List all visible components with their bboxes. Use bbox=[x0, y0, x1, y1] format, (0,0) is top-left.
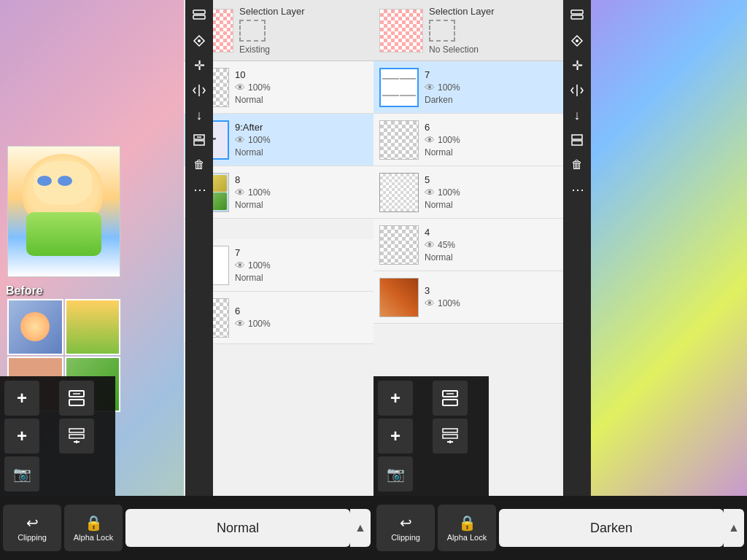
right-eye-icon-3[interactable]: 👁 bbox=[425, 298, 435, 309]
left-blend-mode-selector[interactable]: Normal bbox=[125, 509, 350, 547]
right-layer-name-5: 5 bbox=[425, 174, 557, 185]
right-selection-info: Selection Layer No Selection bbox=[429, 6, 495, 55]
right-tool-layers[interactable] bbox=[565, 4, 589, 28]
left-layer-blend-10: Normal bbox=[235, 95, 368, 105]
right-tool-more[interactable]: ⋯ bbox=[565, 178, 589, 201]
left-blend-arrow[interactable]: ▲ bbox=[350, 509, 371, 547]
left-clipping-label: Clipping bbox=[18, 533, 47, 542]
left-tool-delete[interactable]: 🗑 bbox=[187, 153, 211, 176]
right-selection-dashed-box bbox=[429, 20, 455, 42]
left-layer-opacity-8: 100% bbox=[248, 187, 271, 198]
left-add-layer-btn[interactable]: + bbox=[4, 381, 39, 416]
svg-rect-6 bbox=[69, 400, 84, 405]
right-eye-icon-7[interactable]: 👁 bbox=[425, 82, 435, 93]
right-merge-btn[interactable] bbox=[433, 381, 468, 416]
left-camera-btn[interactable]: 📷 bbox=[4, 456, 39, 491]
right-layer-name-7: 7 bbox=[425, 69, 557, 80]
right-right-toolbar: ✛ ↓ 🗑 ⋯ bbox=[563, 0, 591, 496]
left-merge-btn[interactable] bbox=[59, 381, 94, 416]
left-tool-more[interactable]: ⋯ bbox=[187, 178, 211, 201]
right-layer-blend-4: Normal bbox=[425, 252, 557, 262]
left-character-art bbox=[7, 146, 120, 277]
right-add-layer-btn[interactable]: + bbox=[378, 381, 413, 416]
right-layer-row-6[interactable]: 6 👁 100% Normal bbox=[374, 114, 563, 166]
right-layer-name-4: 4 bbox=[425, 227, 557, 238]
left-eye-icon-9[interactable]: 👁 bbox=[235, 134, 245, 146]
right-layer-info-3: 3 👁 100% bbox=[425, 285, 557, 309]
left-layer-blend-9: Normal bbox=[235, 147, 368, 158]
right-layer-eye-5: 👁 100% bbox=[425, 187, 557, 198]
left-layer-opacity-7: 100% bbox=[248, 260, 271, 271]
right-alpha-lock-icon: 🔒 bbox=[458, 514, 476, 532]
right-eye-icon-6[interactable]: 👁 bbox=[425, 134, 435, 146]
right-layer-row-5[interactable]: 5 👁 100% Normal bbox=[374, 166, 563, 219]
right-blend-arrow[interactable]: ▲ bbox=[724, 509, 744, 547]
right-camera-btn[interactable]: 📷 bbox=[378, 456, 413, 491]
right-selection-header: Selection Layer No Selection bbox=[374, 0, 563, 61]
right-layer-eye-4: 👁 45% bbox=[425, 239, 557, 251]
right-layer-thumb-3 bbox=[379, 278, 419, 317]
left-eye-icon-10[interactable]: 👁 bbox=[235, 82, 245, 93]
right-tool-move[interactable]: ✛ bbox=[565, 54, 589, 77]
left-layer-info-6: 6 👁 100% bbox=[235, 306, 368, 330]
right-tool-transform[interactable] bbox=[565, 29, 589, 52]
left-add-btn2[interactable]: + bbox=[4, 419, 39, 454]
left-tool-merge-down[interactable] bbox=[187, 128, 211, 152]
left-alpha-lock-label: Alpha Lock bbox=[74, 533, 113, 542]
svg-point-11 bbox=[576, 39, 578, 42]
right-layer-info-7: 7 👁 100% Darken bbox=[425, 69, 557, 105]
right-bottom-bar: ↩ Clipping 🔒 Alpha Lock Darken ▲ bbox=[374, 496, 747, 560]
right-clipping-label: Clipping bbox=[391, 533, 420, 542]
svg-rect-13 bbox=[572, 141, 582, 145]
right-selection-thumb bbox=[379, 9, 423, 52]
left-alpha-lock-btn[interactable]: 🔒 Alpha Lock bbox=[64, 505, 123, 551]
before-label: Before bbox=[6, 284, 43, 298]
right-eye-icon-5[interactable]: 👁 bbox=[425, 187, 435, 198]
right-flatten-btn[interactable] bbox=[433, 419, 468, 454]
left-tool-flip[interactable] bbox=[187, 79, 211, 102]
left-tool-arrow-down[interactable]: ↓ bbox=[187, 104, 211, 127]
right-clipping-icon: ↩ bbox=[400, 514, 412, 532]
left-layer-eye-9: 👁 100% bbox=[235, 134, 368, 146]
right-layer-row-7[interactable]: 7 👁 100% Darken bbox=[374, 61, 563, 114]
right-layer-opacity-3: 100% bbox=[438, 298, 460, 308]
svg-rect-10 bbox=[571, 15, 583, 19]
svg-rect-7 bbox=[69, 429, 84, 432]
left-layer-name-6: 6 bbox=[235, 306, 368, 316]
right-tool-merge-down[interactable] bbox=[565, 128, 589, 152]
right-layer-name-6: 6 bbox=[425, 122, 557, 133]
left-panel: Before Before Selection Layer Existing bbox=[0, 0, 374, 560]
right-selection-label: Selection Layer bbox=[429, 6, 495, 17]
right-layer-opacity-4: 45% bbox=[438, 240, 455, 250]
left-layer-eye-7: 👁 100% bbox=[235, 260, 368, 271]
right-blend-mode-selector[interactable]: Darken bbox=[499, 509, 724, 547]
right-tool-arrow-down[interactable]: ↓ bbox=[565, 104, 589, 127]
right-add-btn2[interactable]: + bbox=[378, 419, 413, 454]
left-eye-icon-7[interactable]: 👁 bbox=[235, 260, 245, 271]
left-tool-move[interactable]: ✛ bbox=[187, 54, 211, 77]
left-tool-layers[interactable] bbox=[187, 4, 211, 28]
left-clipping-btn[interactable]: ↩ Clipping bbox=[3, 505, 61, 551]
right-panel: Selection Layer No Selection 7 👁 bbox=[374, 0, 747, 560]
left-layer-opacity-6: 100% bbox=[248, 319, 271, 329]
right-layer-row-3[interactable]: 3 👁 100% bbox=[374, 271, 563, 324]
left-layer-info-8: 8 👁 100% Normal bbox=[235, 174, 368, 210]
left-layer-eye-10: 👁 100% bbox=[235, 82, 368, 93]
right-alpha-lock-label: Alpha Lock bbox=[447, 533, 487, 542]
svg-rect-9 bbox=[571, 10, 583, 14]
right-selection-status: No Selection bbox=[429, 44, 495, 55]
right-alpha-lock-btn[interactable]: 🔒 Alpha Lock bbox=[438, 505, 496, 551]
left-eye-icon-8[interactable]: 👁 bbox=[235, 187, 245, 198]
left-clipping-icon: ↩ bbox=[26, 514, 39, 532]
right-eye-icon-4[interactable]: 👁 bbox=[425, 239, 435, 251]
left-tool-transform[interactable] bbox=[187, 29, 211, 52]
right-layer-row-4[interactable]: 4 👁 45% Normal bbox=[374, 219, 563, 271]
left-layer-name-10: 10 bbox=[235, 69, 368, 80]
left-eye-icon-6[interactable]: 👁 bbox=[235, 318, 245, 330]
left-flatten-btn[interactable] bbox=[59, 419, 94, 454]
right-clipping-btn[interactable]: ↩ Clipping bbox=[376, 505, 435, 551]
left-layer-name-8: 8 bbox=[235, 174, 368, 185]
right-tool-delete[interactable]: 🗑 bbox=[565, 153, 589, 176]
left-alpha-lock-icon: 🔒 bbox=[85, 514, 103, 532]
right-tool-flip[interactable] bbox=[565, 79, 589, 102]
